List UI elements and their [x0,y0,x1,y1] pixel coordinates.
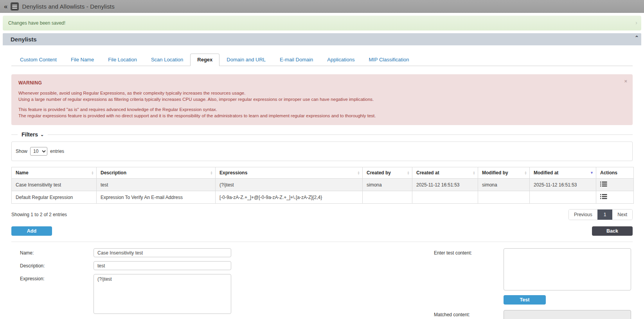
regex-form: Name: Description: Expression: (?i)test … [11,248,633,319]
column-label: Expressions [219,170,247,176]
column-header-name[interactable]: Name ▲▼ [12,167,97,179]
cell-expression: (?i)test [216,179,363,191]
tab-file-name[interactable]: File Name [64,54,101,66]
table-row: Case Insensitivity test test (?i)test si… [12,179,634,191]
test-panel: Enter test content: Test Matched content… [431,248,631,319]
sort-icon: ▲▼ [407,171,410,175]
test-content-field[interactable] [504,248,631,290]
expression-field[interactable]: (?i)test [94,274,231,314]
cell-created-by [363,191,412,204]
column-label: Description [101,170,126,176]
tab-scan-location[interactable]: Scan Location [144,54,190,66]
column-header-modified-by[interactable]: Modified by ▲▼ [478,167,530,179]
sort-descending-icon: ▼ [590,171,594,175]
sort-icon: ▲▼ [473,171,475,175]
warning-line: The regular expressions feature is provi… [18,113,626,119]
column-label: Created by [367,170,391,176]
cell-description: test [97,179,216,191]
cell-expression: [-0-9a-zA-Z.+_]+@[-0-9a-zA-Z.+_]+\.[a-zA… [216,191,363,204]
column-header-modified-at[interactable]: Modified at ▼ [530,167,596,179]
name-field[interactable] [94,248,231,257]
collapse-panel-icon[interactable]: ⌃ [635,35,639,41]
entries-label: entries [50,149,64,154]
sort-icon: ▲▼ [357,171,360,175]
table-row: Default Regular Expression Expression To… [12,191,634,204]
warning-line: Whenever possible, avoid using Regular E… [18,90,626,96]
row-actions-menu-icon[interactable] [600,194,607,199]
column-header-expressions[interactable]: Expressions ▲▼ [216,167,363,179]
expression-label: Expression: [11,274,94,281]
panel-header: Denylists ⌃ [3,33,641,45]
regex-warning-box: WARNING Whenever possible, avoid using R… [11,74,633,125]
column-label: Actions [600,170,617,176]
column-label: Modified at [534,170,558,176]
column-label: Modified by [482,170,508,176]
cell-name: Default Regular Expression [12,191,97,204]
denylist-table: Name ▲▼ Description ▲▼ Expressions ▲▼ Cr… [11,167,634,204]
close-icon[interactable]: × [624,78,627,84]
pagination: Previous 1 Next [568,209,633,220]
sort-icon: ▲▼ [210,171,213,175]
tab-custom-content[interactable]: Custom Content [13,54,64,66]
entries-select[interactable]: 10 [30,147,47,156]
sort-icon: ▲▼ [524,171,527,175]
entries-summary: Showing 1 to 2 of 2 entries [11,212,67,217]
back-button[interactable]: Back [592,226,633,236]
row-actions-menu-icon[interactable] [600,181,607,187]
filters-section: Filters ⌄ [11,131,633,138]
warning-line: Using a large number of regular expressi… [18,96,626,102]
pagination-next[interactable]: Next [612,210,632,220]
tab-file-location[interactable]: File Location [101,54,144,66]
pagination-previous[interactable]: Previous [569,210,597,220]
test-button[interactable]: Test [504,295,546,305]
cell-modified-by: simona [478,179,530,191]
pagination-page-1[interactable]: 1 [597,210,613,220]
chevron-right-icon[interactable]: › [635,19,637,26]
chevron-down-icon[interactable]: ⌄ [40,132,44,137]
success-alert-message: Changes have been saved! [8,20,65,26]
test-content-label: Enter test content: [431,248,504,290]
panel-title: Denylists [11,36,37,43]
actions-row: Add Back [11,226,633,236]
tab-bar: Custom Content File Name File Location S… [11,54,633,66]
panel-body: Custom Content File Name File Location S… [3,54,641,319]
list-menu-icon[interactable] [11,2,19,11]
column-header-created-at[interactable]: Created at ▲▼ [412,167,478,179]
success-alert: Changes have been saved! › [3,16,641,30]
column-header-actions: Actions [596,167,634,179]
filters-toggle[interactable]: Filters [18,131,40,138]
titlebar: « Denylists and Allowlists - Denylists [0,0,644,13]
name-label: Name: [11,248,94,256]
warning-title: WARNING [18,80,626,86]
cell-name: Case Insensitivity test [12,179,97,191]
show-label: Show [16,149,27,154]
denylists-panel: Denylists ⌃ Custom Content File Name Fil… [3,33,641,319]
cell-modified-at: 2025-11-12 16:51:53 [530,179,596,191]
entries-bar: Show 10 entries [11,142,633,161]
cell-modified-by [478,191,530,204]
matched-content-field [504,310,631,319]
tab-applications[interactable]: Applications [320,54,362,66]
cell-actions [596,179,634,191]
column-header-created-by[interactable]: Created by ▲▼ [363,167,412,179]
add-button[interactable]: Add [11,226,52,236]
description-field[interactable] [94,261,231,270]
page-title: Denylists and Allowlists - Denylists [22,3,114,10]
tab-domain-and-url[interactable]: Domain and URL [219,54,273,66]
table-footer: Showing 1 to 2 of 2 entries Previous 1 N… [11,209,633,220]
cell-description: Expression To Verify An E-mail Address [97,191,216,204]
column-header-description[interactable]: Description ▲▼ [97,167,216,179]
cell-created-at: 2025-11-12 16:51:53 [412,179,478,191]
warning-line: This feature is provided "as is" and req… [18,106,626,113]
column-label: Created at [416,170,439,176]
divider [11,242,633,242]
tab-mip-classification[interactable]: MIP Classification [362,54,416,66]
cell-created-by: simona [363,179,412,191]
matched-content-label: Matched content: [431,310,504,319]
cell-created-at [412,191,478,204]
description-label: Description: [11,261,94,269]
collapse-sidebar-icon[interactable]: « [4,3,7,11]
tab-regex[interactable]: Regex [190,54,219,66]
sort-icon: ▲▼ [91,171,94,175]
tab-email-domain[interactable]: E-mail Domain [273,54,320,66]
